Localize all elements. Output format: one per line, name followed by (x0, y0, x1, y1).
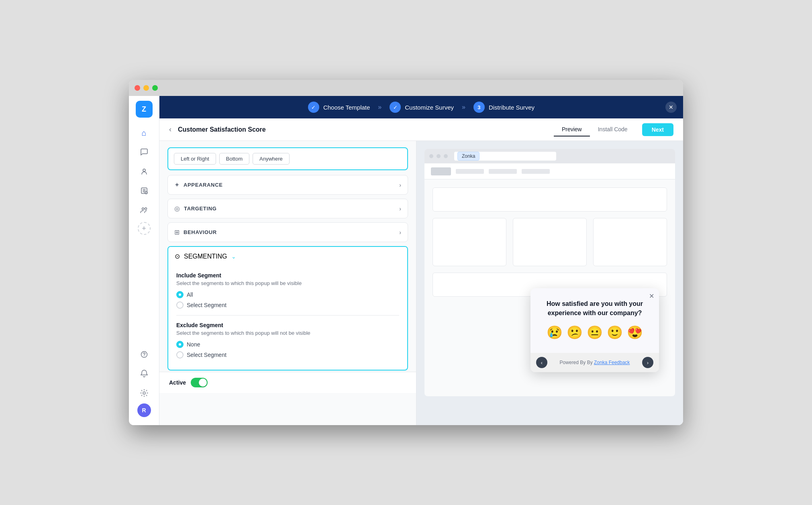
svg-point-6 (144, 356, 144, 356)
emoji-2[interactable]: 😕 (567, 325, 583, 340)
fake-card-1 (433, 218, 506, 266)
include-segment-desc: Select the segments to which this popup … (176, 280, 399, 286)
behaviour-chevron-icon: › (399, 229, 401, 236)
include-all-label: All (187, 291, 193, 298)
popup-next-button[interactable]: › (642, 357, 653, 368)
step-icon-customize-survey: ✓ (390, 102, 401, 113)
sidebar-add-button[interactable]: + (138, 222, 151, 235)
sidebar-item-surveys[interactable] (135, 182, 153, 200)
step-choose-template: ✓ Choose Template (308, 102, 370, 113)
minimize-button[interactable] (143, 85, 149, 91)
back-button[interactable]: ‹ (169, 125, 171, 134)
browser-url-bar: Zonka (454, 152, 556, 161)
step-arrow-1: » (378, 104, 382, 111)
segmenting-body: Include Segment Select the segments to w… (168, 266, 407, 370)
fake-site: ✕ How satisfied are you with your experi… (424, 163, 675, 396)
fake-nav-link-1 (456, 169, 484, 174)
emoji-4[interactable]: 🙂 (607, 325, 623, 340)
seg-divider (176, 315, 399, 316)
fake-nav-link-3 (522, 169, 550, 174)
sidebar-item-user[interactable] (135, 163, 153, 180)
svg-point-4 (145, 208, 147, 210)
active-label: Active (169, 379, 186, 386)
include-select-segment-option[interactable]: Select Segment (176, 301, 399, 309)
exclude-none-option[interactable]: None (176, 341, 399, 348)
include-select-segment-radio[interactable] (176, 301, 184, 309)
exclude-segment-title: Exclude Segment (176, 322, 399, 328)
fake-card-3 (593, 218, 667, 266)
left-panel: Left or Right Bottom Anywhere ✦ APPEARAN… (159, 141, 416, 425)
emoji-5[interactable]: 😍 (627, 325, 643, 340)
appearance-label: APPEARANCE (184, 182, 395, 188)
popup-close-button[interactable]: ✕ (649, 292, 654, 300)
browser-dot-2 (437, 154, 441, 158)
exclude-select-segment-label: Select Segment (187, 352, 226, 358)
right-panel: Zonka (416, 141, 683, 425)
popup-body: How satisfied are you with your experien… (530, 288, 659, 353)
behaviour-icon: ⊞ (174, 228, 180, 236)
position-anywhere[interactable]: Anywhere (253, 153, 290, 165)
page-header: ‹ Customer Satisfaction Score Preview In… (159, 118, 683, 141)
emoji-1[interactable]: 😢 (547, 325, 563, 340)
segmenting-header[interactable]: ⊙ SEGMENTING ⌄ (168, 247, 407, 266)
exclude-select-segment-option[interactable]: Select Segment (176, 351, 399, 358)
include-all-option[interactable]: All (176, 291, 399, 298)
segmenting-section: ⊙ SEGMENTING ⌄ Include Segment Select th… (167, 246, 408, 371)
sidebar-item-chat[interactable] (135, 143, 153, 161)
sidebar-avatar[interactable]: R (137, 403, 151, 417)
exclude-none-radio[interactable] (176, 341, 184, 348)
browser-btn-1 (563, 153, 595, 159)
tab-preview[interactable]: Preview (554, 123, 590, 136)
popup-question: How satisfied are you with your experien… (540, 299, 649, 318)
close-button[interactable] (135, 85, 140, 91)
emoji-3[interactable]: 😐 (587, 325, 603, 340)
include-segment-title: Include Segment (176, 272, 399, 279)
sidebar-logo[interactable]: Z (136, 101, 153, 118)
accordion-appearance-header[interactable]: ✦ APPEARANCE › (168, 175, 408, 194)
maximize-button[interactable] (152, 85, 158, 91)
position-strip: Left or Right Bottom Anywhere (167, 147, 408, 170)
sidebar-item-home[interactable]: ⌂ (135, 124, 153, 142)
accordion-targeting-header[interactable]: ◎ TARGETING › (168, 199, 408, 218)
browser-bar: Zonka (424, 149, 675, 163)
powered-by: Powered By By Zonka Feedback (547, 360, 642, 365)
two-column-layout: Left or Right Bottom Anywhere ✦ APPEARAN… (159, 141, 683, 425)
app-container: Z ⌂ (129, 96, 683, 425)
active-toggle[interactable] (191, 378, 208, 387)
sidebar: Z ⌂ (129, 96, 159, 425)
appearance-chevron-icon: › (399, 182, 401, 188)
position-bottom[interactable]: Bottom (219, 153, 249, 165)
behaviour-label: BEHAVIOUR (184, 229, 395, 235)
fake-card-2 (513, 218, 587, 266)
position-left-right[interactable]: Left or Right (174, 153, 216, 165)
fake-content (424, 179, 675, 305)
popup-prev-button[interactable]: ‹ (536, 357, 547, 368)
fake-logo (431, 167, 451, 175)
accordion-targeting: ◎ TARGETING › (167, 199, 408, 218)
next-button[interactable]: Next (642, 123, 673, 136)
targeting-icon: ◎ (174, 205, 180, 212)
progress-bar: ✓ Choose Template » ✓ Customize Survey »… (159, 96, 683, 118)
include-all-radio[interactable] (176, 291, 184, 298)
segmenting-label: SEGMENTING (184, 253, 227, 260)
accordion-behaviour-header[interactable]: ⊞ BEHAVIOUR › (168, 223, 408, 242)
targeting-label: TARGETING (184, 206, 395, 212)
sidebar-item-settings[interactable] (135, 384, 153, 402)
main-content: ✓ Choose Template » ✓ Customize Survey »… (159, 96, 683, 425)
tab-install-code[interactable]: Install Code (590, 123, 636, 136)
sidebar-nav: ⌂ (135, 124, 153, 346)
sidebar-item-notifications[interactable] (135, 365, 153, 383)
brand-link[interactable]: Zonka Feedback (594, 360, 630, 365)
fake-row-1 (433, 187, 667, 212)
sidebar-item-team[interactable] (135, 201, 153, 219)
browser-dot-3 (444, 154, 448, 158)
page-title: Customer Satisfaction Score (178, 126, 547, 133)
progress-close-button[interactable]: ✕ (665, 102, 677, 113)
toggle-thumb (199, 379, 207, 387)
svg-point-0 (143, 169, 145, 171)
exclude-select-segment-radio[interactable] (176, 351, 184, 358)
browser-btn-3 (638, 153, 670, 159)
targeting-chevron-icon: › (399, 206, 401, 212)
sidebar-item-help[interactable] (135, 346, 153, 363)
segmenting-icon: ⊙ (175, 252, 180, 260)
